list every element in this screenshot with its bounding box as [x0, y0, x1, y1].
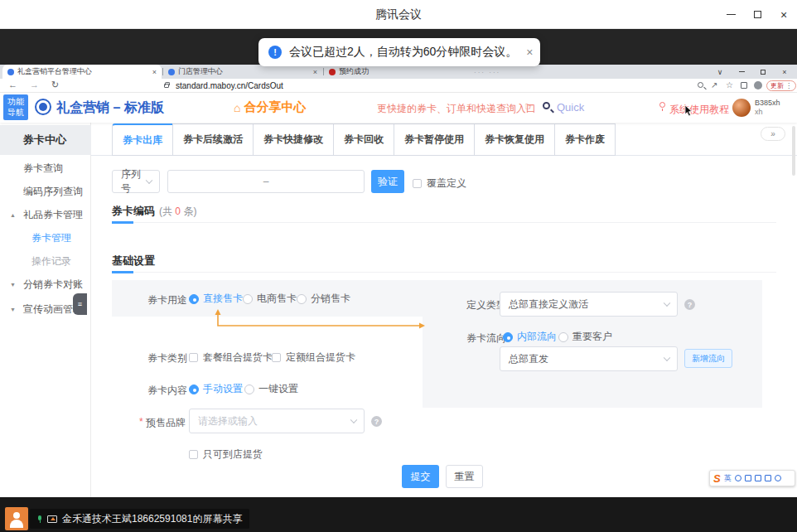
serial-type-select[interactable]: 序列号: [112, 170, 160, 193]
notification-text: 会议已超过2人，自动转为60分钟限时会议。: [289, 45, 517, 60]
radio-icon[interactable]: [243, 294, 253, 304]
sidebar-item-gift-card-management[interactable]: ▲ 礼品券卡管理: [0, 203, 91, 226]
radio-one-click-setup[interactable]: 一键设置: [244, 382, 298, 396]
bookmark-star-icon[interactable]: ☆: [726, 80, 733, 89]
sidebar-collapse-handle[interactable]: ≡: [73, 293, 87, 315]
forward-icon[interactable]: →: [30, 80, 39, 89]
settings-icon[interactable]: [775, 475, 781, 481]
mouse-cursor-icon: [684, 105, 693, 117]
browser-profile-icon[interactable]: [754, 81, 762, 89]
radio-important-customer[interactable]: 重要客户: [558, 330, 612, 344]
user-sub: xh: [755, 108, 763, 117]
browser-tab-2[interactable]: 门店管理中心 ×: [163, 65, 322, 79]
add-flow-button[interactable]: 新增流向: [684, 349, 732, 368]
radio-manual-setup[interactable]: 手动设置: [189, 382, 243, 396]
caret-up-icon: ▲: [10, 212, 16, 218]
extensions-icon[interactable]: [741, 82, 747, 89]
radio-direct-sale[interactable]: 直接售卡: [189, 292, 243, 306]
tab-card-resume[interactable]: 券卡恢复使用: [474, 123, 555, 156]
radio-icon[interactable]: [297, 294, 307, 304]
serial-range-input[interactable]: –: [167, 170, 365, 193]
ime-language-mode[interactable]: 英: [724, 473, 732, 484]
checkbox-label: 套餐组合提货卡: [203, 351, 273, 365]
share-center-link[interactable]: ⌂ 合分享中心: [234, 99, 306, 115]
tab-card-recycle[interactable]: 券卡回收: [333, 123, 394, 156]
help-icon[interactable]: ?: [371, 416, 382, 427]
toolbox-icon[interactable]: [765, 475, 771, 481]
sidebar-item-distribution-reconciliation[interactable]: ▼ 分销券卡对账: [0, 273, 91, 296]
checkbox-icon[interactable]: [272, 353, 281, 362]
tab-card-outbound[interactable]: 券卡出库: [112, 123, 173, 156]
close-button[interactable]: ×: [770, 0, 797, 29]
sidebar-item-card-management[interactable]: 券卡管理: [0, 226, 91, 249]
checkbox-fixed-combo-pickup-card[interactable]: 定额组合提货卡: [272, 351, 355, 365]
skin-icon[interactable]: [755, 475, 761, 481]
search-icon[interactable]: [543, 102, 550, 109]
checkbox-icon[interactable]: [189, 353, 198, 362]
user-avatar[interactable]: [732, 99, 751, 117]
zoom-icon[interactable]: [698, 82, 703, 88]
notification-close-icon[interactable]: ×: [526, 46, 533, 59]
radio-internal-flow[interactable]: 内部流向: [503, 330, 557, 344]
active-underline: [112, 221, 133, 224]
browser-update-button[interactable]: 更新 ⋮: [766, 80, 796, 91]
tab-close-icon[interactable]: ×: [152, 68, 157, 76]
overwrite-checkbox-row[interactable]: 覆盖定义: [413, 177, 466, 191]
help-icon[interactable]: ?: [684, 299, 695, 310]
reset-button[interactable]: 重置: [446, 465, 483, 488]
keyboard-icon[interactable]: [745, 475, 751, 481]
radio-selected-icon[interactable]: [189, 294, 199, 304]
mic-icon[interactable]: [735, 475, 741, 481]
url-bar[interactable]: standard.maboy.cn/CardsOut: [176, 81, 283, 90]
browser-maximize-button[interactable]: [752, 65, 774, 79]
basic-settings-title: 基础设置: [112, 254, 155, 268]
radio-selected-icon[interactable]: [189, 384, 199, 394]
browser-tab-1[interactable]: 礼盒营销平台管理中心 ×: [2, 65, 162, 79]
sidebar-item-operation-log[interactable]: 操作记录: [0, 249, 91, 273]
chevron-down-icon: [664, 300, 670, 307]
radio-selected-icon[interactable]: [503, 332, 513, 342]
refresh-icon[interactable]: ↻: [51, 80, 59, 90]
person-icon: [13, 512, 20, 519]
nav-toggle-button[interactable]: 功能 导航: [3, 94, 28, 120]
submit-button[interactable]: 提交: [402, 465, 439, 488]
checkbox-combo-pickup-card[interactable]: 套餐组合提货卡: [189, 351, 273, 365]
tab-card-quick-edit[interactable]: 券卡快捷修改: [253, 123, 334, 156]
serial-select-value: 序列号: [121, 167, 141, 196]
tab-card-followup-activation[interactable]: 券卡后续激活: [172, 123, 254, 156]
back-icon[interactable]: ←: [8, 80, 17, 89]
browser-minimize-button[interactable]: [731, 65, 752, 79]
sogou-logo-icon[interactable]: S: [713, 472, 721, 485]
checkbox-store-pickup-only[interactable]: 只可到店提货: [189, 447, 263, 462]
minimize-button[interactable]: [717, 0, 744, 29]
verify-button[interactable]: 验证: [371, 170, 404, 193]
browser-close-button[interactable]: ×: [774, 65, 795, 79]
card-codes-section-header: 券卡编码 (共 0 条): [112, 204, 196, 219]
browser-tab-3[interactable]: 预约成功: [324, 65, 448, 79]
checkbox-icon[interactable]: [189, 450, 198, 459]
tutorial-link[interactable]: 系统使用教程: [669, 103, 729, 117]
screen-share-text: 金禾通技术王斌18662591081的屏幕共享: [62, 512, 242, 526]
maximize-button[interactable]: [744, 0, 770, 29]
sidebar-item-label: 礼品券卡管理: [23, 208, 83, 222]
tab-card-void[interactable]: 券卡作废: [554, 123, 616, 156]
quick-search-link[interactable]: Quick: [557, 101, 584, 114]
radio-ecommerce-sale[interactable]: 电商售卡: [243, 292, 297, 306]
radio-distribution-sale[interactable]: 分销售卡: [297, 292, 350, 306]
flow-target-select[interactable]: 总部直发: [500, 346, 678, 371]
tab-card-suspend[interactable]: 券卡暂停使用: [394, 123, 475, 156]
tab-close-icon[interactable]: ×: [313, 68, 317, 76]
checkbox-icon[interactable]: [413, 179, 422, 188]
presale-brand-select[interactable]: 请选择或输入: [189, 409, 365, 433]
radio-icon[interactable]: [244, 384, 254, 394]
expand-tabs-button[interactable]: »: [761, 127, 785, 141]
scrollbar-thumb[interactable]: [792, 126, 795, 176]
card-flow-label: 券卡流向: [466, 331, 506, 346]
sidebar-item-code-sequence-query[interactable]: 编码序列查询: [0, 180, 91, 203]
tab-search-button[interactable]: ∨: [709, 65, 731, 79]
definition-type-select[interactable]: 总部直接定义激活: [500, 292, 678, 317]
radio-icon[interactable]: [558, 332, 568, 342]
count-suffix: 条): [183, 206, 196, 217]
share-icon[interactable]: ↗: [711, 80, 717, 89]
sidebar-item-card-query[interactable]: 券卡查询: [0, 157, 91, 180]
